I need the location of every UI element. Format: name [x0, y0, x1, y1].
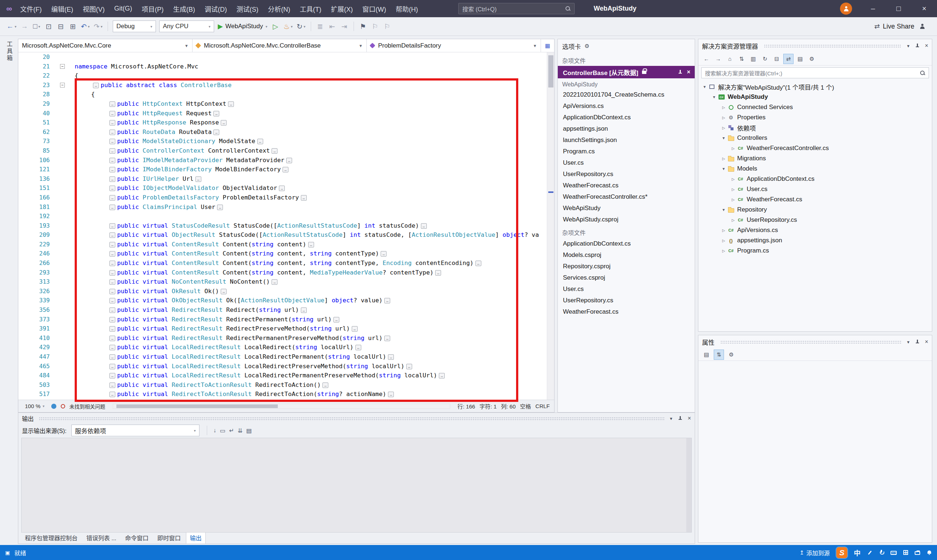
- status-eol[interactable]: CRLF: [535, 403, 550, 409]
- collapsed-region-box[interactable]: …: [109, 186, 115, 191]
- tree-item[interactable]: ▾Models: [699, 164, 932, 174]
- collapsed-region-box[interactable]: …: [93, 83, 99, 88]
- menu-item-8[interactable]: 分析(N): [263, 0, 295, 17]
- menu-item-2[interactable]: 视图(V): [78, 0, 109, 17]
- document-list-item[interactable]: 20221020101704_CreateSchema.cs: [558, 89, 695, 100]
- expander-closed-icon[interactable]: ▷: [730, 198, 736, 202]
- property-pages-icon[interactable]: ⚙: [726, 349, 736, 360]
- platform-combo[interactable]: Any CPU▾: [159, 20, 214, 32]
- ime-toolbox-icon[interactable]: [915, 551, 920, 555]
- bottom-tab-程序包管理器控制台[interactable]: 程序包管理器控制台: [21, 532, 81, 543]
- menu-item-6[interactable]: 调试(D): [200, 0, 232, 17]
- back-icon[interactable]: ←: [701, 54, 712, 64]
- editor-horizontal-scrollbar[interactable]: [113, 404, 450, 409]
- document-list-item[interactable]: WeatherForecast.cs: [558, 180, 695, 191]
- notifications-bell-icon[interactable]: [927, 550, 932, 555]
- scrollbar-thumb[interactable]: [116, 405, 278, 408]
- minimize-button[interactable]: –: [860, 0, 886, 17]
- go-to-message-icon[interactable]: ↓: [213, 427, 216, 434]
- collapsed-region-box[interactable]: …: [381, 251, 386, 257]
- status-char[interactable]: 字符: 1: [480, 402, 497, 410]
- forward-icon[interactable]: →: [713, 54, 723, 64]
- tree-item[interactable]: ▷C#WeatherForecastController.cs: [699, 143, 932, 153]
- expander-closed-icon[interactable]: ▷: [720, 228, 727, 232]
- expander-closed-icon[interactable]: ▷: [730, 188, 736, 191]
- collapsed-region-box[interactable]: …: [109, 326, 115, 332]
- show-all-files-icon[interactable]: ▤: [795, 54, 805, 64]
- collapsed-region-box[interactable]: …: [421, 223, 427, 229]
- close-button[interactable]: ×: [911, 0, 937, 17]
- find-in-files-icon[interactable]: ≣: [315, 20, 326, 32]
- document-list-item[interactable]: Repository.csproj: [558, 261, 695, 272]
- collapsed-region-box[interactable]: …: [213, 111, 219, 116]
- ime-grid-icon[interactable]: [903, 550, 908, 555]
- document-list-item[interactable]: UserRepository.cs: [558, 168, 695, 180]
- tree-item[interactable]: ▾Repository: [699, 205, 932, 215]
- breadcrumb-combo-1[interactable]: Microsoft.AspNetCore.Mvc.ControllerBase▼: [192, 39, 367, 52]
- ime-mode-indicator[interactable]: 中: [854, 548, 860, 557]
- document-list-item[interactable]: ControllerBase [从元数据]×: [558, 66, 695, 78]
- collapsed-region-box[interactable]: …: [272, 148, 277, 154]
- expander-open-icon[interactable]: ▾: [720, 207, 727, 212]
- issues-status[interactable]: 未找到相关问题: [69, 403, 105, 410]
- configuration-combo[interactable]: Debug▾: [113, 20, 156, 32]
- tree-item[interactable]: ▷Migrations: [699, 153, 932, 164]
- pin-icon[interactable]: [915, 339, 920, 345]
- collapsed-region-box[interactable]: …: [257, 139, 263, 144]
- bottom-tab-即时窗口[interactable]: 即时窗口: [154, 532, 185, 543]
- collapsed-region-box[interactable]: …: [213, 129, 219, 135]
- sogou-ime-logo[interactable]: S: [836, 547, 847, 558]
- collapsed-region-box[interactable]: …: [228, 102, 234, 107]
- scrollbar-thumb[interactable]: [548, 55, 554, 88]
- collapsed-region-box[interactable]: …: [109, 251, 115, 257]
- collapsed-region-box[interactable]: …: [352, 326, 358, 332]
- expander-closed-icon[interactable]: ▷: [720, 105, 727, 109]
- menu-item-7[interactable]: 测试(S): [232, 0, 263, 17]
- collapsed-region-box[interactable]: …: [475, 261, 481, 266]
- collapsed-region-box[interactable]: …: [109, 177, 115, 182]
- open-log-icon[interactable]: ▤: [246, 427, 252, 434]
- refresh-icon[interactable]: ↻: [760, 54, 770, 64]
- document-list-item[interactable]: ApiVersions.cs: [558, 100, 695, 112]
- pin-icon[interactable]: [677, 416, 683, 421]
- menu-item-5[interactable]: 生成(B): [168, 0, 200, 17]
- collapsed-region-box[interactable]: …: [221, 289, 226, 294]
- tree-item[interactable]: ▾Controllers: [699, 133, 932, 143]
- tree-item[interactable]: ▷{}appsettings.json: [699, 235, 932, 246]
- document-list-item[interactable]: ApplicationDbContext.cs: [558, 238, 695, 249]
- collapsed-region-box[interactable]: …: [109, 261, 115, 266]
- close-icon[interactable]: ×: [925, 338, 928, 345]
- collapsed-region-box[interactable]: …: [109, 129, 115, 135]
- quick-search-box[interactable]: 搜索 (Ctrl+Q): [458, 3, 575, 14]
- document-list-item[interactable]: ApplicationDbContext.cs: [558, 112, 695, 123]
- fold-collapse-icon[interactable]: −: [60, 64, 65, 69]
- handwriting-icon[interactable]: [867, 550, 872, 555]
- forward-icon[interactable]: →: [19, 20, 30, 32]
- output-content[interactable]: [21, 438, 692, 532]
- issues-indicator-icon[interactable]: [61, 404, 65, 408]
- feedback-icon[interactable]: [919, 23, 925, 29]
- collapsed-region-box[interactable]: …: [109, 289, 115, 294]
- collapsed-region-box[interactable]: …: [301, 308, 307, 313]
- menu-item-10[interactable]: 扩展(X): [326, 0, 358, 17]
- save-icon[interactable]: ⊟: [55, 20, 66, 32]
- live-share-button[interactable]: ⇄ Live Share: [874, 22, 914, 31]
- expander-closed-icon[interactable]: ▷: [720, 249, 727, 253]
- tree-item[interactable]: ▷C#ApplicationDbContext.cs: [699, 174, 932, 184]
- expander-closed-icon[interactable]: ▷: [720, 126, 727, 130]
- collapsed-region-box[interactable]: …: [109, 148, 115, 154]
- menu-item-11[interactable]: 窗口(W): [358, 0, 391, 17]
- status-line[interactable]: 行: 166: [457, 402, 475, 410]
- collapsed-region-box[interactable]: …: [109, 111, 115, 116]
- collapsed-region-box[interactable]: …: [388, 392, 394, 397]
- drag-grip[interactable]: [39, 417, 665, 420]
- menu-item-4[interactable]: 项目(P): [137, 0, 168, 17]
- expander-open-icon[interactable]: ▾: [720, 135, 727, 140]
- collapsed-region-box[interactable]: …: [109, 335, 115, 341]
- output-source-combo[interactable]: 服务依赖项 ▾: [71, 425, 200, 436]
- categorized-icon[interactable]: ▤: [701, 349, 712, 360]
- collapsed-region-box[interactable]: …: [109, 373, 115, 378]
- clear-all-icon[interactable]: ▭: [220, 427, 225, 434]
- tree-item[interactable]: ▷⚙Properties: [699, 112, 932, 123]
- document-outline-icon[interactable]: ▦: [541, 39, 554, 52]
